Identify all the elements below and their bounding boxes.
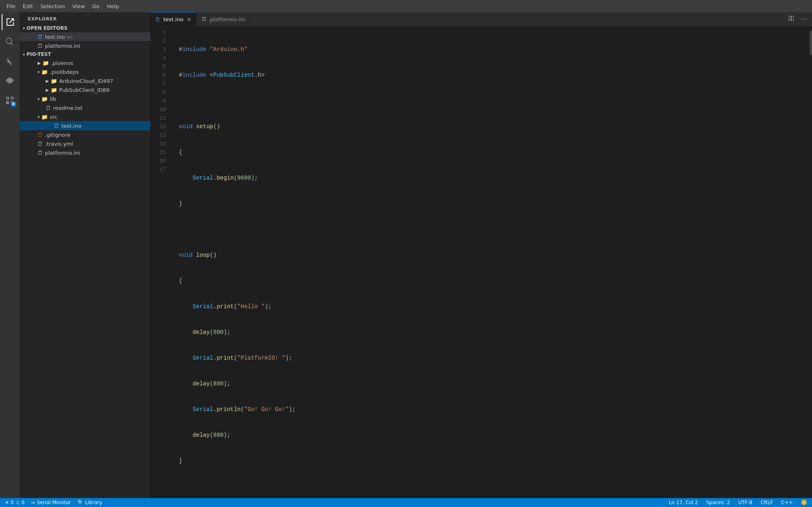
status-left: ✕ 0 ⚠ 0 ⇒ Serial Monitor 🔍 Library [3, 498, 104, 507]
menu-help[interactable]: Help [104, 2, 123, 10]
status-spaces[interactable]: Spaces: 2 [705, 498, 732, 507]
sidebar-content[interactable]: ▾ OPEN EDITORS 🗒 test.ino src 🗒 platform… [20, 24, 150, 498]
tab-platformio-ini[interactable]: 🗒 platformio.ini [197, 12, 250, 26]
scrollbar-thumb [810, 31, 812, 55]
git-activity-icon[interactable] [2, 53, 18, 69]
status-line-ending[interactable]: CRLF [759, 498, 774, 507]
extensions-activity-icon[interactable]: 8 [2, 92, 18, 109]
code-line-14: delay(800); [179, 380, 806, 388]
tab-test-ino[interactable]: 🗒 test.ino ✕ [150, 12, 197, 26]
pio-test-section[interactable]: ▾ PIO-TEST [20, 50, 150, 58]
line-num-2: 2 [150, 37, 166, 45]
file-platformio-ini-icon: 🗒 [38, 150, 43, 156]
status-smiley[interactable]: 🙂 [799, 498, 809, 507]
open-editor-src-tag: src [67, 34, 73, 40]
file-travis[interactable]: 🗒 .travis.yml [20, 139, 150, 148]
pio-test-label: PIO-TEST [27, 51, 51, 57]
open-editor-test-ino[interactable]: 🗒 test.ino src [20, 32, 150, 41]
status-library[interactable]: 🔍 Library [76, 498, 104, 507]
file-readme-icon: 🗒 [46, 105, 51, 111]
line-num-13: 13 [150, 131, 166, 140]
code-line-4: void setup() [179, 122, 806, 131]
split-editor-button[interactable] [786, 14, 796, 24]
folder-pioenvs[interactable]: ▶ 📁 .pioenvs [20, 58, 150, 67]
menu-selection[interactable]: Selection [37, 2, 68, 10]
folder-arduino-cloud[interactable]: ▶ 📁 ArduinoCloud_ID497 [20, 76, 150, 85]
tab-test-ino-close[interactable]: ✕ [187, 17, 192, 22]
file-test-ino[interactable]: 🗒 test.ino [20, 121, 150, 130]
warning-icon: ⚠ [16, 500, 20, 505]
tabs-actions: ··· [783, 12, 812, 26]
position-text: Ln 17, Col 2 [669, 500, 698, 505]
main-container: 8 EXPLORER ▾ OPEN EDITORS 🗒 test.ino src… [0, 12, 812, 498]
line-num-11: 11 [150, 114, 166, 122]
file-gitignore[interactable]: 🗒 .gitignore [20, 130, 150, 139]
code-line-9: void loop() [179, 251, 806, 260]
code-line-2: #include <PubSubClient.h> [179, 71, 806, 80]
code-line-15: Serial.println("Go! Go! Go!"); [179, 405, 806, 414]
line-num-17: 17 [150, 165, 166, 174]
status-encoding[interactable]: UTF-8 [736, 498, 754, 507]
line-num-3: 3 [150, 45, 166, 54]
smiley-icon: 🙂 [801, 500, 807, 505]
folder-lib-icon: 📁 [41, 96, 48, 102]
line-num-15: 15 [150, 148, 166, 157]
file-ini-icon: 🗒 [38, 43, 43, 49]
folder-pubsubclient-icon: 📁 [51, 87, 57, 93]
open-editors-chevron: ▾ [23, 26, 25, 31]
search-activity-icon[interactable] [2, 33, 18, 50]
open-editors-section[interactable]: ▾ OPEN EDITORS [20, 24, 150, 32]
menu-view[interactable]: View [69, 2, 88, 10]
menu-bar: File Edit Selection View Go Help [0, 0, 812, 12]
tab-platformio-icon: 🗒 [202, 16, 207, 22]
folder-piolibdeps-chevron: ▾ [38, 70, 40, 74]
status-position[interactable]: Ln 17, Col 2 [667, 498, 700, 507]
status-language[interactable]: C++ [780, 498, 795, 507]
tab-test-ino-label: test.ino [163, 16, 183, 22]
open-editor-platformio-ini[interactable]: 🗒 platformio.ini [20, 41, 150, 50]
debug-activity-icon[interactable] [2, 73, 18, 89]
code-content[interactable]: #include "Arduino.h" #include <PubSubCli… [171, 27, 806, 498]
status-errors[interactable]: ✕ 0 ⚠ 0 [3, 498, 26, 507]
library-label: Library [85, 500, 103, 505]
file-platformio-ini[interactable]: 🗒 platformio.ini [20, 148, 150, 157]
menu-edit[interactable]: Edit [20, 2, 36, 10]
folder-arduino-cloud-label: ArduinoCloud_ID497 [59, 78, 114, 84]
editor-scrollbar[interactable] [806, 27, 812, 498]
folder-pioenvs-chevron: ▶ [38, 61, 41, 65]
editor-area: 🗒 test.ino ✕ 🗒 platformio.ini ··· 1 2 3 [150, 12, 812, 498]
folder-piolibdeps-label: .piolibdeps [50, 69, 79, 75]
language-text: C++ [781, 500, 793, 505]
open-editor-platformio-label: platformio.ini [45, 43, 80, 49]
file-travis-icon: 🗒 [38, 141, 43, 147]
file-readme[interactable]: 🗒 readme.txt [20, 103, 150, 112]
folder-piolibdeps[interactable]: ▾ 📁 .piolibdeps [20, 67, 150, 76]
folder-pubsubclient-label: PubSubClient_ID89 [59, 87, 109, 93]
encoding-text: UTF-8 [738, 500, 752, 505]
folder-lib[interactable]: ▾ 📁 lib [20, 94, 150, 103]
status-right: Ln 17, Col 2 Spaces: 2 UTF-8 CRLF C++ 🙂 [667, 498, 809, 507]
sidebar-header: EXPLORER [20, 12, 150, 24]
menu-file[interactable]: File [3, 2, 19, 10]
code-line-8 [179, 225, 806, 234]
serial-monitor-label: Serial Monitor [37, 500, 71, 505]
explorer-activity-icon[interactable] [2, 14, 18, 30]
folder-src-label: src [50, 114, 58, 120]
more-actions-button[interactable]: ··· [799, 15, 809, 24]
tab-test-ino-icon: 🗒 [155, 17, 160, 22]
library-search-icon: 🔍 [78, 500, 84, 505]
line-num-5: 5 [150, 62, 166, 71]
code-editor[interactable]: 1 2 3 4 5 6 7 8 9 10 11 12 13 14 15 16 1… [150, 27, 812, 498]
menu-go[interactable]: Go [89, 2, 103, 10]
folder-src-chevron: ▾ [38, 115, 40, 119]
folder-pubsubclient[interactable]: ▶ 📁 PubSubClient_ID89 [20, 85, 150, 94]
tabs-bar: 🗒 test.ino ✕ 🗒 platformio.ini ··· [150, 12, 812, 27]
file-gitignore-icon: 🗒 [38, 132, 43, 138]
folder-pubsubclient-chevron: ▶ [46, 88, 49, 92]
status-serial-monitor[interactable]: ⇒ Serial Monitor [29, 498, 72, 507]
folder-lib-label: lib [50, 96, 56, 102]
code-line-12: delay(800); [179, 328, 806, 337]
folder-arduino-cloud-chevron: ▶ [46, 79, 49, 83]
line-num-1: 1 [150, 28, 166, 37]
folder-src[interactable]: ▾ 📁 src [20, 112, 150, 121]
